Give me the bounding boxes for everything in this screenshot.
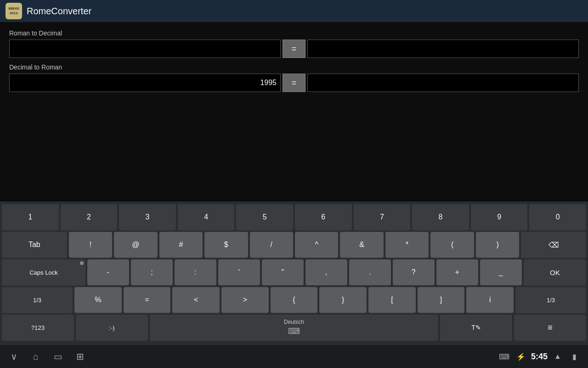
key-4[interactable]: 4 (178, 204, 235, 230)
key-question[interactable]: ? (393, 259, 435, 285)
system-time: 5:45 (531, 352, 548, 362)
key-space[interactable]: Deutsch ⌨ (150, 315, 438, 340)
decimal-equals-button[interactable]: = (283, 74, 305, 92)
key-apostrophe[interactable]: ' (218, 259, 260, 285)
key-3[interactable]: 3 (119, 204, 176, 230)
key-minus[interactable]: - (87, 259, 129, 285)
title-bar: MMXII 2012 RomeConverter (0, 0, 588, 22)
key-underscore[interactable]: _ (480, 259, 522, 285)
roman-equals-button[interactable]: = (283, 40, 305, 58)
key-semicolon[interactable]: ; (131, 259, 173, 285)
key-onethird-left[interactable]: 1/3 (2, 287, 73, 313)
key-asterisk[interactable]: * (385, 232, 429, 258)
key-lparen[interactable]: ( (430, 232, 474, 258)
key-question123[interactable]: ?123 (2, 315, 74, 340)
screenshot-icon[interactable]: ⊞ (74, 350, 86, 363)
key-8[interactable]: 8 (412, 204, 469, 230)
key-slash[interactable]: / (250, 232, 293, 258)
key-9[interactable]: 9 (471, 204, 528, 230)
roman-input[interactable] (9, 40, 281, 58)
key-info[interactable]: i (466, 287, 514, 313)
keyboard-row-more-symbols: Caps Lock - ; : ' " , . ? + _ OK (2, 259, 586, 285)
key-at[interactable]: @ (114, 232, 157, 258)
key-onethird-right[interactable]: 1/3 (515, 287, 586, 313)
key-7[interactable]: 7 (354, 204, 411, 230)
key-text-edit[interactable]: T✎ (440, 315, 512, 340)
key-lbracket[interactable]: [ (368, 287, 416, 313)
roman-to-decimal-label: Roman to Decimal (9, 29, 579, 37)
key-percent[interactable]: % (74, 287, 122, 313)
key-equals[interactable]: = (124, 287, 171, 313)
home-icon[interactable]: ⌂ (29, 350, 42, 363)
key-tab[interactable]: Tab (2, 232, 67, 258)
decimal-input[interactable] (9, 74, 281, 92)
roman-output[interactable] (307, 74, 579, 92)
key-smiley[interactable]: :-) (76, 315, 148, 340)
key-lbrace[interactable]: { (271, 287, 318, 313)
decimal-to-roman-row: = (9, 74, 579, 92)
key-menu[interactable]: ≡ (514, 315, 586, 340)
app-title: RomeConverter (27, 6, 91, 17)
key-ok[interactable]: OK (524, 259, 586, 285)
key-rbracket[interactable]: ] (418, 287, 465, 313)
key-comma[interactable]: , (305, 259, 347, 285)
roman-to-decimal-section: Roman to Decimal = (9, 29, 579, 58)
hide-keyboard-icon[interactable]: ∨ (7, 350, 20, 363)
key-caps-lock[interactable]: Caps Lock (2, 259, 85, 285)
keyboard-row-symbols: Tab ! @ # $ / ^ & * ( ) ⌫ (2, 232, 586, 258)
key-period[interactable]: . (349, 259, 391, 285)
battery-icon[interactable]: ▮ (568, 350, 581, 363)
keyboard: 1 2 3 4 5 6 7 8 9 0 Tab ! @ # $ / ^ & * … (0, 201, 588, 345)
key-lessthan[interactable]: < (172, 287, 220, 313)
keyboard-row-bottom: ?123 :-) Deutsch ⌨ T✎ ≡ (2, 315, 586, 340)
key-ampersand[interactable]: & (340, 232, 383, 258)
key-hash[interactable]: # (159, 232, 203, 258)
keyboard-row-numbers: 1 2 3 4 5 6 7 8 9 0 (2, 204, 586, 230)
key-0[interactable]: 0 (529, 204, 586, 230)
key-plus[interactable]: + (436, 259, 478, 285)
key-2[interactable]: 2 (61, 204, 118, 230)
key-exclaim[interactable]: ! (69, 232, 112, 258)
key-5[interactable]: 5 (236, 204, 293, 230)
key-caret[interactable]: ^ (295, 232, 338, 258)
usb-icon[interactable]: ⚡ (514, 350, 527, 363)
roman-to-decimal-row: = (9, 40, 579, 58)
wifi-icon[interactable]: ▲ (551, 350, 564, 363)
key-1[interactable]: 1 (2, 204, 59, 230)
decimal-to-roman-section: Decimal to Roman = (9, 63, 579, 92)
main-content: Roman to Decimal = Decimal to Roman = (0, 22, 588, 201)
key-rbrace[interactable]: } (319, 287, 367, 313)
key-quote[interactable]: " (262, 259, 304, 285)
system-bar: ∨ ⌂ ▭ ⊞ ⌨ ⚡ 5:45 ▲ ▮ (0, 345, 588, 368)
system-bar-left: ∨ ⌂ ▭ ⊞ (7, 350, 86, 363)
key-greaterthan[interactable]: > (221, 287, 269, 313)
key-dollar[interactable]: $ (204, 232, 248, 258)
key-colon[interactable]: : (175, 259, 216, 285)
key-rparen[interactable]: ) (476, 232, 519, 258)
keyboard-layout-icon[interactable]: ⌨ (498, 350, 511, 363)
key-6[interactable]: 6 (295, 204, 352, 230)
decimal-to-roman-label: Decimal to Roman (9, 63, 579, 71)
decimal-output[interactable] (307, 40, 579, 58)
key-backspace[interactable]: ⌫ (521, 232, 586, 258)
keyboard-row-extended: 1/3 % = < > { } [ ] i 1/3 (2, 287, 586, 313)
app-icon: MMXII 2012 (6, 3, 22, 19)
system-bar-right: ⌨ ⚡ 5:45 ▲ ▮ (498, 350, 581, 363)
recents-icon[interactable]: ▭ (51, 350, 64, 363)
